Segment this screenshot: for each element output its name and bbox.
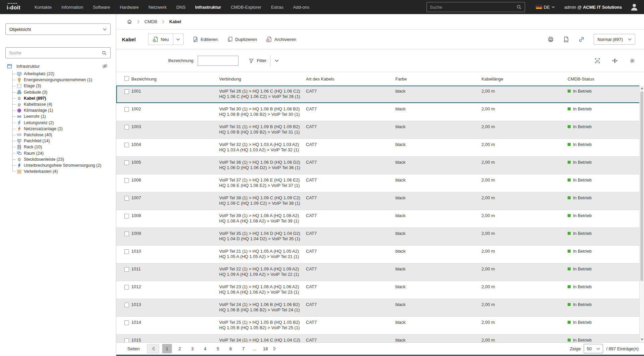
sidebar-search-input[interactable] xyxy=(9,50,102,55)
page-button-18[interactable]: 18 xyxy=(261,344,270,353)
archive-button[interactable]: Archivieren xyxy=(266,36,296,42)
cell-bezeichnung[interactable]: 1010 xyxy=(131,246,219,263)
row-checkbox[interactable] xyxy=(124,285,129,290)
cell-bezeichnung[interactable]: 1003 xyxy=(131,121,219,139)
nav-item-infrastruktur[interactable]: Infrastruktur xyxy=(195,5,221,10)
scroll-up-arrow[interactable] xyxy=(641,87,643,89)
link-icon[interactable] xyxy=(578,36,585,43)
cell-bezeichnung[interactable]: 1007 xyxy=(131,192,219,210)
page-button-3[interactable]: 3 xyxy=(188,344,197,353)
row-checkbox[interactable] xyxy=(124,125,129,130)
nav-item-netzwerk[interactable]: Netzwerk xyxy=(148,5,167,10)
table-row-1007[interactable]: 1007VoIP Tel 38 (1) > HQ 1.09 C (HQ 1.09… xyxy=(116,192,644,210)
table-row-1015[interactable]: 1015VoIP Tel 34 (1) > HQ 1.04 C (HQ 1.04… xyxy=(116,335,644,342)
page-button-2[interactable]: 2 xyxy=(175,344,185,353)
cmdb-status-view-dropdown[interactable]: Normal (897) xyxy=(594,34,635,45)
nav-item-extras[interactable]: Extras xyxy=(271,5,283,10)
sidebar-item-unterbrechungsfreie-stromversorgung[interactable]: Unterbrechungsfreie Stromversorgung (2) xyxy=(12,162,111,168)
row-checkbox[interactable] xyxy=(124,143,129,147)
topbar-search-input[interactable] xyxy=(430,5,516,10)
column-header-art-des-kabels[interactable]: Art des Kabels xyxy=(306,77,395,82)
sidebar-item-klimaanlage[interactable]: Klimaanlage (1) xyxy=(12,107,111,113)
column-header-bezeichnung[interactable]: Bezeichnung xyxy=(131,77,219,82)
nav-item-hardware[interactable]: Hardware xyxy=(120,5,139,10)
new-dropdown-toggle[interactable] xyxy=(173,34,183,45)
next-page-button[interactable] xyxy=(270,347,279,351)
avatar[interactable] xyxy=(629,2,639,12)
column-header-cmdb-status[interactable]: CMDB-Status xyxy=(568,77,639,82)
sidebar-item-infrastruktur-root[interactable]: Infrastruktur xyxy=(5,62,111,70)
cell-bezeichnung[interactable]: 1012 xyxy=(131,281,219,299)
cell-bezeichnung[interactable]: 1015 xyxy=(131,335,219,342)
previous-page-button[interactable] xyxy=(147,344,159,353)
sidebar-search[interactable] xyxy=(5,47,111,58)
breadcrumb-cmdb[interactable]: CMDB xyxy=(144,19,157,24)
table-row-1006[interactable]: 1006VoIP Tel 37 (1) > HQ 1.06 E (HQ 1.06… xyxy=(116,174,644,192)
search-icon[interactable] xyxy=(102,50,107,56)
row-checkbox[interactable] xyxy=(124,196,129,201)
table-row-1004[interactable]: 1004VoIP Tel 32 (1) > HQ 1.03 A (HQ 1.03… xyxy=(116,139,644,157)
filter-button[interactable]: Filter xyxy=(249,58,266,63)
table-row-1005[interactable]: 1005VoIP Tel 36 (1) > HQ 1.06 D (HQ 1.06… xyxy=(116,157,644,174)
cell-bezeichnung[interactable]: 1004 xyxy=(131,139,219,156)
page-size-select[interactable]: 50 xyxy=(584,344,603,353)
filter-options-toggle[interactable] xyxy=(275,59,279,62)
nav-item-cmdb-explorer[interactable]: CMDB-Explorer xyxy=(231,5,261,10)
page-button-5[interactable]: 5 xyxy=(213,344,223,353)
search-icon[interactable] xyxy=(516,4,522,10)
table-row-1012[interactable]: 1012VoIP Tel 23 (1) > HQ 1.06 A (HQ 1.06… xyxy=(116,281,644,299)
table-row-1011[interactable]: 1011VoIP Tel 22 (1) > HQ 1.09 A (HQ 1.09… xyxy=(116,263,644,281)
table-row-1009[interactable]: 1009VoIP Tel 35 (1) > HQ 1.04 D (HQ 1.04… xyxy=(116,228,644,246)
cell-bezeichnung[interactable]: 1006 xyxy=(131,174,219,192)
sidebar-item-leerrohr[interactable]: Leerrohr (1) xyxy=(12,113,111,119)
column-header-verbindung[interactable]: Verbindung xyxy=(219,77,306,82)
vertical-scrollbar[interactable] xyxy=(639,86,644,342)
sidebar-item-etage[interactable]: Etage (3) xyxy=(12,83,111,89)
row-checkbox[interactable] xyxy=(124,214,129,218)
nav-item-software[interactable]: Software xyxy=(93,5,110,10)
sidebar-item-rack[interactable]: Rack (10) xyxy=(12,144,111,150)
cell-bezeichnung[interactable]: 1014 xyxy=(131,317,219,334)
cell-bezeichnung[interactable]: 1002 xyxy=(131,103,219,121)
column-header-kabellaenge[interactable]: Kabellänge xyxy=(481,77,568,82)
sidebar-item-netzersatzanlage[interactable]: Netzersatzanlage (2) xyxy=(12,126,111,132)
row-checkbox[interactable] xyxy=(124,160,129,165)
page-button-4[interactable]: 4 xyxy=(200,344,210,353)
table-row-1002[interactable]: 1002VoIP Tel 30 (1) > HQ 1.08 B (HQ 1.08… xyxy=(116,103,644,121)
sidebar-item-geb-ude[interactable]: Gebäude (3) xyxy=(12,89,111,95)
row-checkbox[interactable] xyxy=(124,303,129,307)
idoit-logo[interactable]: i-doit xyxy=(7,3,20,11)
nav-item-kontakte[interactable]: Kontakte xyxy=(35,5,52,10)
sidebar-item-raum[interactable]: Raum (24) xyxy=(12,150,111,156)
cell-bezeichnung[interactable]: 1001 xyxy=(131,86,219,103)
bezeichnung-filter-input[interactable] xyxy=(198,56,239,66)
page-button-1[interactable]: 1 xyxy=(162,344,172,353)
cell-bezeichnung[interactable]: 1005 xyxy=(131,157,219,174)
table-row-1001[interactable]: 1001VoIP Tel 26 (1) > HQ 1.06 C (HQ 1.06… xyxy=(116,86,644,103)
row-checkbox[interactable] xyxy=(124,232,129,236)
nav-item-add-ons[interactable]: Add-ons xyxy=(293,5,309,10)
print-icon[interactable] xyxy=(548,36,554,43)
row-checkbox[interactable] xyxy=(124,107,129,112)
page-button-6[interactable]: 6 xyxy=(226,344,236,353)
language-switch[interactable]: DE xyxy=(536,5,555,10)
table-row-1008[interactable]: 1008VoIP Tel 39 (1) > HQ 1.08 A (HQ 1.08… xyxy=(116,210,644,228)
cell-bezeichnung[interactable]: 1013 xyxy=(131,299,219,316)
cell-bezeichnung[interactable]: 1011 xyxy=(131,263,219,281)
column-header-farbe[interactable]: Farbe xyxy=(395,77,481,82)
fullscreen-icon[interactable] xyxy=(594,58,600,64)
row-checkbox[interactable] xyxy=(124,338,129,342)
nav-item-information[interactable]: Information xyxy=(61,5,83,10)
cell-bezeichnung[interactable]: 1008 xyxy=(131,210,219,227)
table-row-1003[interactable]: 1003VoIP Tel 31 (1) > HQ 1.09 B (HQ 1.09… xyxy=(116,121,644,139)
sidebar-item-patchfeld[interactable]: Patchfeld (14) xyxy=(12,138,111,144)
select-all-checkbox[interactable] xyxy=(124,76,129,81)
object-view-select[interactable]: Objektsicht xyxy=(5,23,111,35)
topbar-search[interactable] xyxy=(427,2,525,12)
sidebar-item-arbeitsplatz[interactable]: Arbeitsplatz (22) xyxy=(12,71,111,77)
table-row-1013[interactable]: 1013VoIP Tel 24 (1) > HQ 1.06 B (HQ 1.06… xyxy=(116,299,644,317)
table-row-1014[interactable]: 1014VoIP Tel 25 (1) > HQ 1.05 B (HQ 1.05… xyxy=(116,317,644,335)
sidebar-item-kabeltrasse[interactable]: Kabeltrasse (4) xyxy=(12,101,111,107)
sidebar-item-leitungsnetz[interactable]: Leitungsnetz (2) xyxy=(12,120,111,126)
home-icon[interactable] xyxy=(127,19,132,24)
